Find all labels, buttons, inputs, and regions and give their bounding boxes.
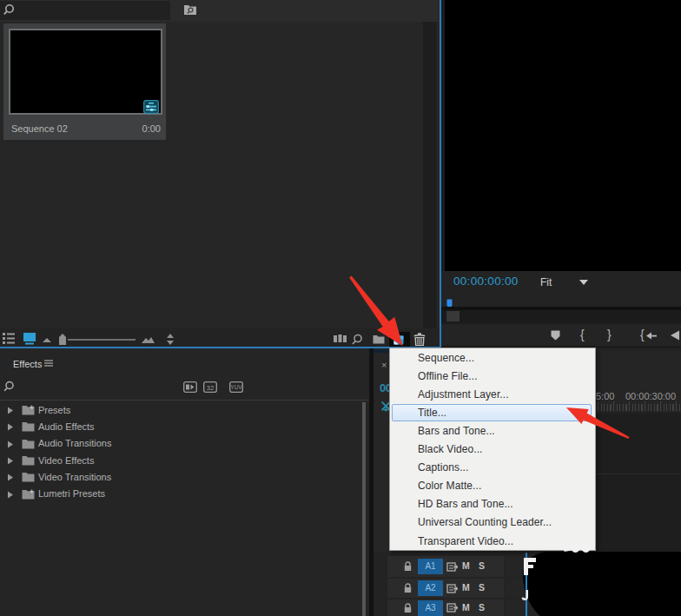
svg-text:32: 32 [207,384,215,392]
svg-text:YUV: YUV [230,384,242,390]
